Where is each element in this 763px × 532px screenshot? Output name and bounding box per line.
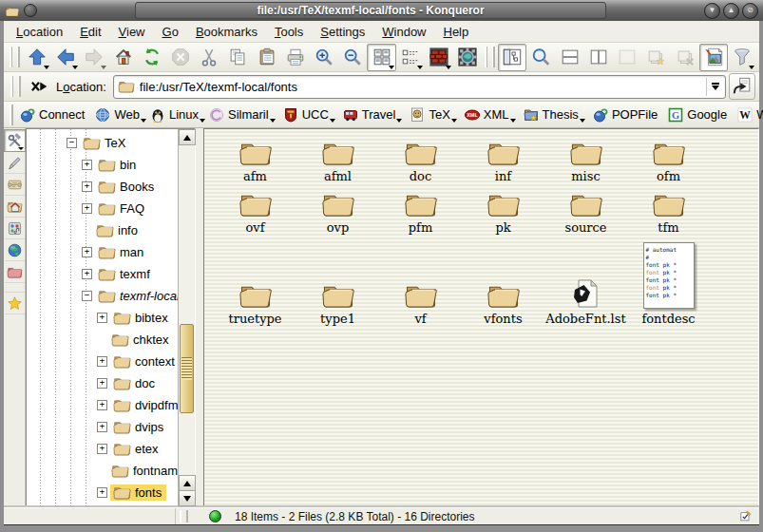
tree-node[interactable]: TeX: [80, 135, 130, 151]
tree-node[interactable]: dvipdfm: [110, 397, 178, 413]
find-button[interactable]: [526, 44, 555, 71]
bookmark-xml[interactable]: XMLXML: [461, 105, 516, 124]
nav-panel-button[interactable]: [498, 44, 526, 71]
menu-location[interactable]: Location: [8, 23, 71, 41]
sidebar-tab-services[interactable]: [5, 218, 25, 239]
bookmark-thesis[interactable]: Thesis: [520, 105, 585, 124]
titlebar[interactable]: file:/usr/TeX/texmf-local/fonts - Konque…: [0, 0, 763, 21]
tree-node[interactable]: context: [110, 353, 178, 370]
minimize-button[interactable]: ▼: [704, 3, 720, 19]
file-item-fontdesc[interactable]: # automat#font pk *font pk *font pk *fon…: [627, 238, 710, 329]
back-button[interactable]: [51, 44, 80, 71]
tree-row-info[interactable]: info: [27, 219, 178, 241]
icon-view-button[interactable]: [367, 44, 395, 71]
print-button[interactable]: [281, 44, 310, 71]
bookmark-web[interactable]: Web: [91, 105, 146, 124]
tree-row-etex[interactable]: +etex: [27, 438, 178, 460]
file-item-inf[interactable]: inf: [462, 135, 544, 186]
image-gallery-button[interactable]: [699, 44, 728, 71]
tree-node[interactable]: bin: [95, 157, 141, 173]
statusbar-grip[interactable]: [180, 510, 188, 522]
tree-expander-plus[interactable]: +: [82, 247, 92, 257]
tree-expander-plus[interactable]: +: [97, 444, 107, 454]
list-view-button[interactable]: [396, 44, 425, 71]
scroll-up-button-2[interactable]: [179, 475, 196, 491]
file-item-pfm[interactable]: pfm: [379, 186, 462, 238]
file-item-source[interactable]: source: [544, 186, 627, 238]
file-item-ofm[interactable]: ofm: [627, 135, 710, 186]
close-button[interactable]: ⊘: [742, 3, 758, 19]
file-item-tfm[interactable]: tfm: [627, 186, 710, 238]
menu-go[interactable]: Go: [154, 23, 187, 41]
tree-row-texmf[interactable]: +texmf: [27, 263, 178, 285]
filter-button[interactable]: [728, 44, 756, 71]
tree-expander-plus[interactable]: +: [82, 160, 92, 170]
konqueror-gear-button[interactable]: [453, 44, 482, 71]
tree-expander-plus[interactable]: +: [97, 400, 107, 410]
reload-button[interactable]: [138, 44, 166, 71]
tree-node[interactable]: FAQ: [95, 200, 149, 217]
menu-view[interactable]: View: [110, 23, 154, 41]
clear-location-button[interactable]: [27, 74, 51, 99]
tree-row-fontname[interactable]: fontname: [27, 460, 178, 482]
sidebar-tab-home-folder[interactable]: [5, 196, 25, 218]
cut-button[interactable]: [195, 44, 223, 71]
bookmark-ucc[interactable]: UCC: [279, 105, 335, 124]
file-item-vf[interactable]: vf: [379, 277, 462, 329]
bookmark-tex[interactable]: TeX: [406, 105, 456, 124]
tree-node[interactable]: fonts: [110, 484, 166, 501]
sidebar-tab-history[interactable]: [5, 174, 25, 196]
file-item-vfonts[interactable]: vfonts: [462, 277, 544, 329]
file-item-type1[interactable]: type1: [296, 277, 379, 329]
tree-row-doc[interactable]: +doc: [27, 372, 178, 394]
sidebar-tab-network[interactable]: [5, 239, 25, 261]
file-item-afm[interactable]: afm: [214, 135, 296, 186]
sticky-button[interactable]: [24, 4, 37, 17]
tree-row-books[interactable]: +Books: [27, 176, 178, 198]
bookmark-travel[interactable]: Travel: [339, 105, 403, 124]
tree-row-tex[interactable]: −TeX: [27, 132, 178, 154]
toolbar-separator-handle[interactable]: [485, 47, 495, 67]
tree-node[interactable]: Books: [95, 179, 159, 195]
split-left-right-button[interactable]: [584, 44, 613, 71]
tree-expander-minus[interactable]: −: [67, 138, 77, 148]
paste-button[interactable]: [253, 44, 281, 71]
tree-expander-plus[interactable]: +: [97, 313, 107, 323]
location-combobox[interactable]: file:/usr/TeX/texmf-local/fonts: [113, 75, 726, 99]
tree-node[interactable]: chktex: [108, 332, 174, 348]
tree-node[interactable]: man: [95, 244, 148, 260]
menu-tools[interactable]: Tools: [266, 23, 312, 41]
copy-button[interactable]: [223, 44, 252, 71]
tree-node[interactable]: texmf: [95, 266, 155, 282]
menu-window[interactable]: Window: [373, 23, 434, 41]
up-button[interactable]: [23, 44, 51, 71]
maximize-button[interactable]: ▲: [723, 3, 739, 19]
go-button[interactable]: [729, 73, 755, 100]
sidebar-tab-bookmarks-star[interactable]: [5, 292, 25, 314]
bookmark-linux[interactable]: Linux: [146, 105, 205, 124]
file-item-adobefnt.lst[interactable]: AdobeFnt.lst: [544, 274, 627, 329]
tree-node[interactable]: info: [93, 222, 143, 238]
tree-row-man[interactable]: +man: [27, 241, 178, 263]
tree-node[interactable]: dvips: [110, 419, 168, 435]
toolbar-handle[interactable]: [10, 47, 20, 67]
tree-expander-plus[interactable]: +: [82, 181, 92, 192]
file-item-misc[interactable]: misc: [544, 135, 627, 186]
location-value[interactable]: file:/usr/TeX/texmf-local/fonts: [140, 80, 701, 94]
menu-bookmarks[interactable]: Bookmarks: [187, 23, 266, 41]
zoom-in-button[interactable]: [310, 44, 338, 71]
tree-node[interactable]: fontname: [108, 463, 178, 479]
tree-scrollbar[interactable]: [178, 129, 195, 506]
bookmark-popfile[interactable]: POPFile: [589, 105, 664, 124]
location-dropdown-button[interactable]: [706, 78, 723, 96]
scroll-thumb[interactable]: [180, 324, 194, 413]
tree-expander-plus[interactable]: +: [97, 356, 107, 367]
tree-node[interactable]: bibtex: [110, 310, 173, 326]
tree-expander-minus[interactable]: −: [82, 291, 92, 301]
file-item-ovp[interactable]: ovp: [296, 186, 379, 238]
split-top-bottom-button[interactable]: [556, 44, 584, 71]
tree-row-faq[interactable]: +FAQ: [27, 198, 178, 219]
tree-expander-plus[interactable]: +: [97, 378, 107, 389]
scroll-up-button[interactable]: [179, 129, 196, 145]
tree-row-fonts[interactable]: +fonts: [27, 482, 178, 504]
